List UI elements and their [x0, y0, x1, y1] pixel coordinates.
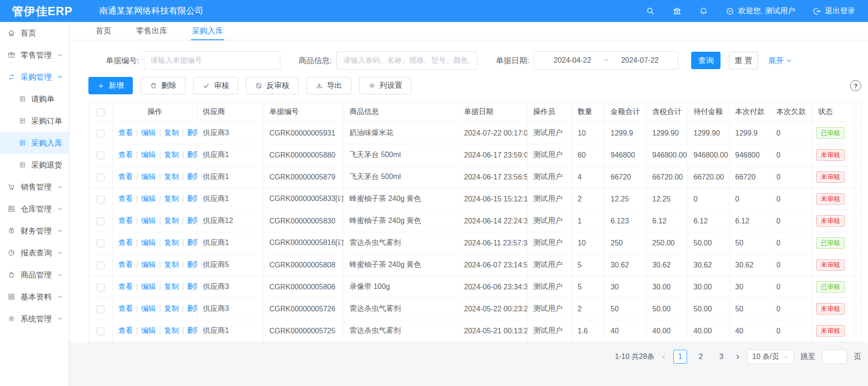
copy-link[interactable]: 复制: [164, 326, 179, 334]
view-link[interactable]: 查看: [118, 261, 133, 268]
op-separator: |: [182, 283, 184, 290]
view-link[interactable]: 查看: [118, 151, 133, 158]
sidebar-item-purchase[interactable]: 采购管理: [0, 66, 69, 88]
edit-link[interactable]: 编辑: [141, 261, 156, 268]
view-link[interactable]: 查看: [118, 195, 133, 202]
page-size-select[interactable]: 10 条/页: [747, 349, 794, 364]
row-checkbox[interactable]: [97, 283, 104, 291]
row-checkbox[interactable]: [97, 239, 104, 247]
delete-link[interactable]: 删除: [187, 173, 197, 180]
bank-icon[interactable]: [672, 6, 682, 16]
cell-qty: 1: [572, 210, 605, 232]
row-checkbox[interactable]: [97, 152, 104, 159]
sidebar-item-reports[interactable]: 报表查询: [0, 242, 69, 264]
unaudit-button[interactable]: 反审核: [246, 77, 299, 94]
page-number-2[interactable]: 2: [694, 350, 708, 364]
select-all-checkbox[interactable]: [97, 109, 104, 116]
copy-link[interactable]: 复制: [164, 217, 179, 224]
copy-link[interactable]: 复制: [164, 304, 179, 312]
edit-link[interactable]: 编辑: [141, 173, 156, 180]
logout-button[interactable]: 退出登录: [813, 6, 855, 16]
view-link[interactable]: 查看: [118, 217, 133, 224]
copy-link[interactable]: 复制: [164, 283, 179, 290]
sidebar-item-basic-data[interactable]: 基本资料: [0, 286, 69, 308]
edit-link[interactable]: 编辑: [141, 129, 156, 136]
product-info-input[interactable]: [336, 51, 477, 70]
copy-link[interactable]: 复制: [164, 173, 179, 180]
delete-link[interactable]: 删除: [187, 239, 197, 246]
row-checkbox[interactable]: [97, 174, 104, 181]
edit-link[interactable]: 编辑: [141, 283, 156, 290]
copy-link[interactable]: 复制: [164, 151, 179, 158]
prev-page-button[interactable]: ‹: [661, 352, 666, 362]
tab-home[interactable]: 首页: [95, 22, 112, 40]
query-button[interactable]: 查询: [691, 52, 721, 69]
sidebar-item-goods[interactable]: 商品管理: [0, 264, 69, 286]
date-from-value[interactable]: 2024-04-22: [554, 56, 591, 65]
reset-button[interactable]: 重 置: [729, 52, 758, 69]
sidebar-item-home[interactable]: 首页: [0, 22, 69, 44]
cell-supplier: 供应商1: [197, 166, 264, 188]
export-button[interactable]: 导出: [306, 77, 351, 94]
view-link[interactable]: 查看: [118, 283, 133, 290]
tab-purchase-inbound[interactable]: 采购入库: [191, 22, 224, 40]
view-link[interactable]: 查看: [118, 304, 133, 312]
sidebar-item-warehouse[interactable]: 仓库管理: [0, 198, 69, 220]
page-number-1[interactable]: 1: [673, 350, 687, 364]
row-checkbox[interactable]: [97, 196, 104, 203]
sidebar-item-finance[interactable]: 财务管理: [0, 220, 69, 242]
delete-link[interactable]: 删除: [187, 304, 197, 312]
cell-operator: 测试用户: [528, 122, 572, 144]
view-link[interactable]: 查看: [118, 239, 133, 246]
delete-link[interactable]: 删除: [187, 283, 197, 290]
delete-link[interactable]: 删除: [187, 217, 197, 224]
help-icon[interactable]: ?: [850, 80, 861, 91]
sidebar-item-purchase-request[interactable]: 请购单: [0, 88, 69, 110]
expand-link[interactable]: 展开: [768, 55, 792, 66]
view-link[interactable]: 查看: [118, 173, 133, 180]
edit-link[interactable]: 编辑: [141, 239, 156, 246]
add-button[interactable]: 新增: [88, 77, 133, 94]
edit-link[interactable]: 编辑: [141, 217, 156, 224]
edit-link[interactable]: 编辑: [141, 195, 156, 202]
delete-link[interactable]: 删除: [187, 326, 197, 334]
doc-no-input[interactable]: [144, 51, 280, 70]
copy-link[interactable]: 复制: [164, 239, 179, 246]
row-checkbox[interactable]: [97, 305, 104, 313]
column-settings-button[interactable]: 列设置: [359, 77, 412, 94]
view-link[interactable]: 查看: [118, 129, 133, 136]
sidebar-item-purchase-order[interactable]: 采购订单: [0, 110, 69, 132]
edit-link[interactable]: 编辑: [141, 304, 156, 312]
delete-link[interactable]: 删除: [187, 129, 197, 136]
sidebar-item-sales[interactable]: 销售管理: [0, 176, 69, 198]
welcome-user[interactable]: 欢迎您, 测试用户: [726, 6, 795, 16]
date-to-value[interactable]: 2024-07-22: [621, 56, 659, 65]
audit-button[interactable]: 审核: [193, 77, 238, 94]
copy-link[interactable]: 复制: [164, 261, 179, 268]
delete-link[interactable]: 删除: [187, 151, 197, 158]
edit-link[interactable]: 编辑: [141, 151, 156, 158]
sidebar-item-system[interactable]: 系统管理: [0, 308, 69, 330]
jump-to-input[interactable]: [822, 349, 847, 364]
next-page-button[interactable]: ›: [735, 352, 740, 362]
row-checkbox[interactable]: [97, 327, 104, 335]
scrollbar-gutter: [854, 210, 862, 232]
sidebar-item-purchase-return[interactable]: 采购退货: [0, 154, 69, 176]
copy-link[interactable]: 复制: [164, 195, 179, 202]
date-range-picker[interactable]: 2024-04-22 ~ 2024-07-22: [534, 51, 678, 70]
row-checkbox[interactable]: [97, 217, 104, 225]
delete-link[interactable]: 删除: [187, 261, 197, 268]
sidebar-item-purchase-inbound[interactable]: 采购入库: [0, 132, 69, 154]
bell-icon[interactable]: [699, 6, 708, 16]
sidebar-item-retail[interactable]: 零售管理: [0, 44, 69, 66]
page-number-3[interactable]: 3: [715, 350, 728, 364]
search-icon[interactable]: [646, 6, 655, 16]
delete-link[interactable]: 删除: [187, 195, 197, 202]
delete-button[interactable]: 删除: [141, 77, 186, 94]
view-link[interactable]: 查看: [118, 326, 133, 334]
edit-link[interactable]: 编辑: [141, 326, 156, 334]
row-checkbox[interactable]: [97, 261, 104, 269]
row-checkbox[interactable]: [97, 130, 104, 137]
tab-retail-outbound[interactable]: 零售出库: [135, 22, 168, 40]
copy-link[interactable]: 复制: [164, 129, 179, 136]
